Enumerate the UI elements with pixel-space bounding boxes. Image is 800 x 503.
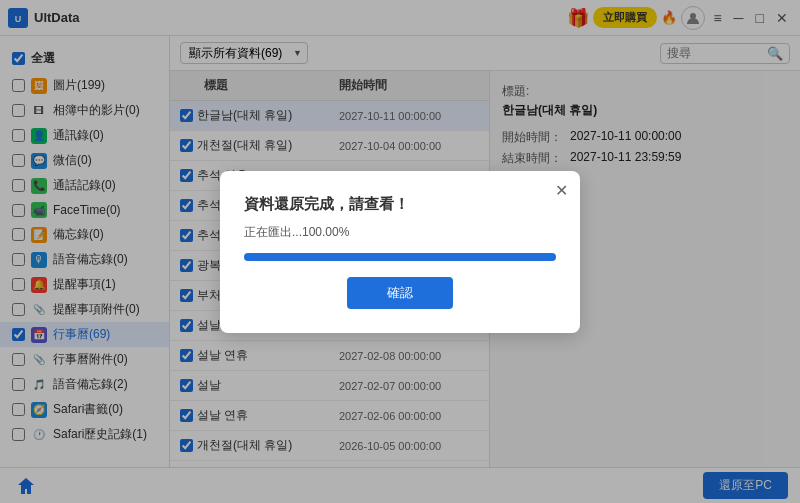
modal-title: 資料還原完成，請查看！ (244, 195, 556, 214)
modal-overlay: ✕ 資料還原完成，請查看！ 正在匯出...100.00% 確認 (0, 0, 800, 503)
progress-bar-fill (244, 253, 556, 261)
modal-close-button[interactable]: ✕ (555, 181, 568, 200)
modal: ✕ 資料還原完成，請查看！ 正在匯出...100.00% 確認 (220, 171, 580, 333)
modal-ok-button[interactable]: 確認 (347, 277, 453, 309)
progress-bar-bg (244, 253, 556, 261)
modal-progress-text: 正在匯出...100.00% (244, 224, 556, 241)
